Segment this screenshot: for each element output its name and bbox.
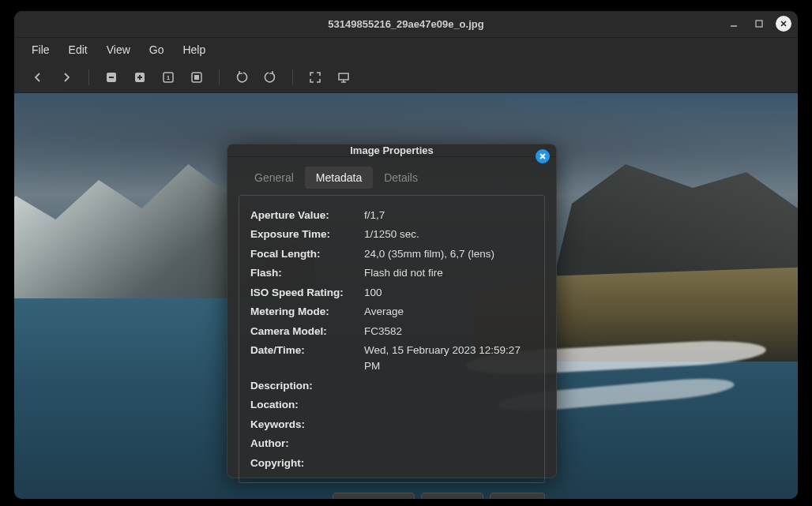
close-window-button[interactable] xyxy=(776,16,791,32)
zoom-original-icon: 1 xyxy=(162,71,175,84)
meta-row-focal: Focal Length: 24,0 (35mm film), 6,7 (len… xyxy=(250,244,533,264)
rotate-left-button[interactable] xyxy=(231,66,253,88)
meta-value xyxy=(364,378,533,394)
zoom-in-icon xyxy=(133,71,146,84)
meta-row-keywords: Keywords: xyxy=(250,414,533,434)
rotate-right-icon xyxy=(264,71,276,84)
meta-row-aperture: Aperture Value: f/1,7 xyxy=(250,205,533,225)
close-button[interactable]: Close xyxy=(490,493,545,499)
meta-row-camera: Camera Model: FC3582 xyxy=(250,321,533,341)
chevron-right-icon xyxy=(60,71,73,84)
meta-label: Keywords: xyxy=(250,417,353,433)
meta-label: Exposure Time: xyxy=(250,227,353,242)
meta-label: Location: xyxy=(250,397,353,413)
next-button[interactable]: Next xyxy=(421,493,483,499)
svg-rect-12 xyxy=(194,75,199,80)
meta-value: Average xyxy=(364,304,533,320)
meta-row-flash: Flash: Flash did not fire xyxy=(250,264,533,283)
meta-value: 24,0 (35mm film), 6,7 (lens) xyxy=(364,246,533,262)
meta-label: Copyright: xyxy=(250,455,353,471)
svg-rect-1 xyxy=(756,21,762,27)
svg-rect-13 xyxy=(339,73,348,80)
zoom-fit-button[interactable] xyxy=(186,66,208,88)
meta-row-datetime: Date/Time: Wed, 15 February 2023 12:59:2… xyxy=(250,341,533,376)
maximize-icon xyxy=(754,19,764,28)
dialog-button-row: Previous Next Close xyxy=(227,483,556,499)
tab-general[interactable]: General xyxy=(243,167,305,189)
zoom-original-button[interactable]: 1 xyxy=(157,66,179,88)
close-icon xyxy=(780,20,788,28)
meta-value: Wed, 15 February 2023 12:59:27 PM xyxy=(364,343,533,373)
window-controls xyxy=(725,15,791,32)
meta-value xyxy=(364,436,533,452)
chevron-left-icon xyxy=(32,71,44,84)
toolbar: 1 xyxy=(14,62,798,93)
meta-label: Author: xyxy=(250,436,353,452)
meta-value: FC3582 xyxy=(364,324,533,339)
minimize-button[interactable] xyxy=(725,15,742,32)
svg-text:1: 1 xyxy=(167,74,171,81)
meta-row-copyright: Copyright: xyxy=(250,453,533,473)
image-properties-dialog: Image Properties General Metadata Detail… xyxy=(227,144,557,478)
meta-row-description: Description: xyxy=(250,376,533,395)
zoom-out-icon xyxy=(105,71,118,84)
menu-help[interactable]: Help xyxy=(175,40,213,59)
previous-image-button[interactable] xyxy=(27,66,49,88)
meta-row-iso: ISO Speed Rating: 100 xyxy=(250,283,533,302)
meta-value: Flash did not fire xyxy=(364,265,533,281)
meta-label: Aperture Value: xyxy=(250,208,353,223)
dialog-close-button[interactable] xyxy=(536,149,550,163)
meta-row-exposure: Exposure Time: 1/1250 sec. xyxy=(250,225,533,245)
menu-go[interactable]: Go xyxy=(141,40,172,59)
zoom-in-button[interactable] xyxy=(129,66,151,88)
window-title: 53149855216_29ae47e09e_o.jpg xyxy=(328,18,483,30)
meta-value: f/1,7 xyxy=(364,208,533,223)
fullscreen-icon xyxy=(309,71,321,84)
fullscreen-button[interactable] xyxy=(304,66,326,88)
meta-row-location: Location: xyxy=(250,395,533,415)
rotate-right-button[interactable] xyxy=(259,66,281,88)
dialog-titlebar: Image Properties xyxy=(227,144,556,157)
menu-edit[interactable]: Edit xyxy=(61,40,96,59)
zoom-out-button[interactable] xyxy=(100,66,122,88)
toolbar-separator xyxy=(292,69,293,85)
meta-label: Metering Mode: xyxy=(250,304,353,320)
menu-view[interactable]: View xyxy=(99,40,138,59)
meta-value: 1/1250 sec. xyxy=(364,227,533,242)
meta-value: 100 xyxy=(364,285,533,301)
toolbar-separator xyxy=(219,69,220,85)
meta-row-author: Author: xyxy=(250,434,533,454)
tab-details[interactable]: Details xyxy=(373,167,429,189)
slideshow-icon xyxy=(337,71,350,84)
titlebar: 53149855216_29ae47e09e_o.jpg xyxy=(14,11,798,38)
toolbar-separator xyxy=(88,69,89,85)
tab-metadata[interactable]: Metadata xyxy=(305,167,373,189)
metadata-panel: Aperture Value: f/1,7 Exposure Time: 1/1… xyxy=(239,195,545,483)
meta-label: Focal Length: xyxy=(250,246,353,262)
meta-label: Flash: xyxy=(250,265,353,281)
minimize-icon xyxy=(729,19,739,28)
zoom-fit-icon xyxy=(190,71,203,84)
meta-value xyxy=(364,397,533,413)
meta-label: ISO Speed Rating: xyxy=(250,285,353,301)
dialog-title: Image Properties xyxy=(350,144,434,156)
meta-value xyxy=(364,455,533,471)
meta-label: Date/Time: xyxy=(250,343,353,373)
maximize-button[interactable] xyxy=(750,15,768,32)
meta-row-metering: Metering Mode: Average xyxy=(250,302,533,322)
rotate-left-icon xyxy=(235,71,248,84)
menubar: File Edit View Go Help xyxy=(14,38,798,62)
menu-file[interactable]: File xyxy=(24,40,58,59)
meta-value xyxy=(364,417,533,433)
previous-button[interactable]: Previous xyxy=(333,493,415,499)
dialog-tabs: General Metadata Details xyxy=(227,157,556,195)
slideshow-button[interactable] xyxy=(333,66,355,88)
main-window: 53149855216_29ae47e09e_o.jpg File Edit V… xyxy=(14,11,798,499)
close-icon xyxy=(539,152,547,160)
meta-label: Camera Model: xyxy=(250,324,353,339)
meta-label: Description: xyxy=(250,378,353,394)
next-image-button[interactable] xyxy=(55,66,77,88)
